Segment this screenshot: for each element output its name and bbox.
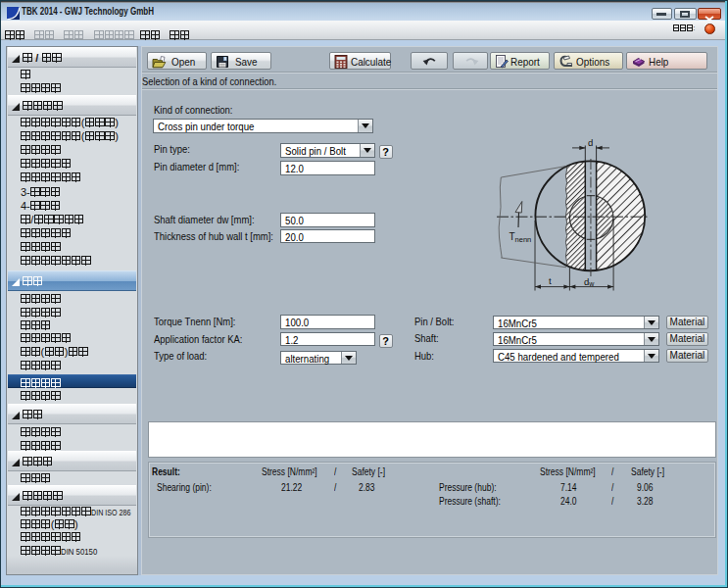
svg-text:dw: dw <box>584 276 595 288</box>
svg-text:d: d <box>588 137 593 148</box>
svg-text:t: t <box>549 275 552 286</box>
svg-text:Tnenn: Tnenn <box>510 231 532 244</box>
